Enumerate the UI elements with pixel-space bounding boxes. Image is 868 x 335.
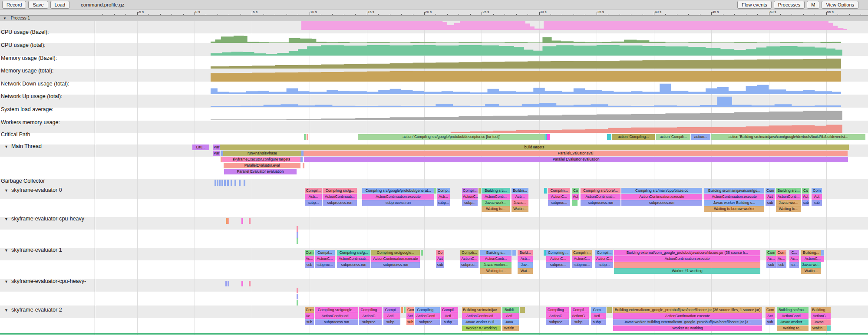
skyframe-evaluator-2-bar[interactable]: Com... bbox=[591, 307, 606, 313]
skyframe-evaluator-0-bar[interactable]: subp... bbox=[305, 200, 322, 206]
skyframe-evaluator-2-bar[interactable]: Compi... bbox=[383, 307, 400, 313]
skyframe-evaluator-0-bar[interactable]: ActionConti... bbox=[776, 194, 801, 200]
skyframe-evaluator-2-bar[interactable]: subproc... bbox=[546, 319, 569, 325]
garbage-collector-bar[interactable] bbox=[234, 180, 236, 186]
skyframe-evaluator-1-bar[interactable]: sub bbox=[436, 262, 444, 268]
skyframe-evaluator-0-bar[interactable]: Javac work... bbox=[482, 200, 510, 206]
skyframe-evaluator-1-bar[interactable] bbox=[421, 250, 423, 256]
skyframe-evaluator-1-bar[interactable]: ActionC... bbox=[546, 256, 570, 262]
main-thread-bar[interactable]: ParallelEvaluator.eval bbox=[304, 151, 848, 156]
view-options-button[interactable]: View Options bbox=[822, 1, 858, 9]
critical-path-bar[interactable]: action 'Compiling src/google/protobuf/de… bbox=[358, 134, 545, 140]
skyframe-evaluator-2-bar[interactable]: Buildi... bbox=[502, 307, 519, 313]
main-thread-bar[interactable]: runAnalysisPhase bbox=[223, 151, 301, 156]
skyframe-evaluator-1-bar[interactable] bbox=[614, 262, 760, 268]
skyframe-evaluator-2-bar[interactable]: Waitin... bbox=[811, 325, 827, 331]
skyframe-evaluator-0-bar[interactable]: Compiling src/core/... bbox=[581, 188, 620, 194]
main-thread-bar[interactable]: skyframeExecutor.configureTargets bbox=[222, 157, 300, 162]
process-header[interactable]: ▼ Process 1 bbox=[0, 16, 868, 21]
skyframe-evaluator-1-bar[interactable]: Ac... bbox=[776, 256, 786, 262]
skyframe-evaluator-1-bar[interactable]: ActionContinuation.execute bbox=[614, 256, 760, 262]
skyframe-evaluator-1-bar[interactable]: C... bbox=[789, 250, 799, 256]
skyframe-evaluator-1-bar[interactable]: Acti... bbox=[518, 256, 533, 262]
skyframe-evaluator-cpu-heavy-2-bar[interactable] bbox=[225, 281, 227, 286]
skyframe-evaluator-0-bar[interactable]: Compiling src/main/cpp/blaze.cc bbox=[621, 188, 702, 194]
skyframe-evaluator-0-bar[interactable]: subp... bbox=[437, 200, 450, 206]
skyframe-evaluator-1-bar[interactable]: Javac worker... bbox=[480, 262, 512, 268]
skyframe-evaluator-0-bar[interactable]: ActionContinuation.execute bbox=[704, 194, 764, 200]
skyframe-evaluator-cpu-heavy-2-bar[interactable] bbox=[297, 288, 298, 293]
critical-path-bar[interactable] bbox=[307, 134, 308, 140]
skyframe-evaluator-0-bar[interactable]: Act bbox=[572, 194, 579, 200]
skyframe-evaluator-2-bar[interactable]: Building src/main/jav... bbox=[462, 307, 501, 313]
garbage-collector-bar[interactable] bbox=[227, 180, 229, 186]
skyframe-evaluator-2-bar[interactable] bbox=[520, 307, 525, 313]
critical-path-bar[interactable] bbox=[304, 134, 306, 140]
skyframe-evaluator-1-bar[interactable]: Building s... bbox=[480, 250, 512, 256]
skyframe-evaluator-cpu-heavy-1-bar[interactable] bbox=[228, 218, 229, 224]
skyframe-evaluator-2-bar[interactable]: subproc... bbox=[415, 319, 440, 325]
skyframe-evaluator-2-bar[interactable] bbox=[827, 325, 831, 331]
skyframe-evaluator-1-bar[interactable] bbox=[544, 250, 546, 256]
skyframe-evaluator-1-bar[interactable]: ActionC... bbox=[801, 256, 824, 262]
record-button[interactable]: Record bbox=[2, 1, 26, 9]
skyframe-evaluator-0-bar[interactable]: Waiting to... bbox=[776, 206, 801, 212]
skyframe-evaluator-1-bar[interactable]: subproc... bbox=[315, 262, 335, 268]
skyframe-evaluator-2-bar[interactable]: ActionC... bbox=[359, 313, 382, 319]
skyframe-evaluator-0-bar[interactable]: Javac... bbox=[512, 200, 528, 206]
skyframe-evaluator-2-bar[interactable]: ActionContinuati... bbox=[315, 313, 358, 319]
skyframe-evaluator-0-bar[interactable]: ActionC... bbox=[548, 194, 570, 200]
critical-path-bar[interactable] bbox=[547, 134, 550, 140]
skyframe-evaluator-2-bar[interactable]: Javac ... bbox=[811, 319, 831, 325]
skyframe-evaluator-0-bar[interactable]: Comp... bbox=[437, 188, 450, 194]
skyframe-evaluator-cpu-heavy-1-bar[interactable] bbox=[249, 218, 251, 224]
skyframe-evaluator-0-bar[interactable]: ActionContinuation.execute bbox=[621, 194, 702, 200]
skyframe-evaluator-0-bar[interactable]: Building src... bbox=[776, 188, 801, 194]
skyframe-evaluator-0-bar[interactable]: ActionContinuati... bbox=[323, 194, 357, 200]
skyframe-evaluator-2-bar[interactable]: subp... bbox=[571, 319, 589, 325]
skyframe-evaluator-2-bar[interactable]: Compil... bbox=[441, 307, 458, 313]
skyframe-evaluator-0-bar[interactable]: subprocess.run bbox=[581, 200, 620, 206]
skyframe-evaluator-1-bar[interactable]: Javac wo... bbox=[801, 262, 821, 268]
skyframe-evaluator-1-bar[interactable]: Wai... bbox=[518, 268, 533, 274]
skyframe-evaluator-2-bar[interactable]: ActionContinuati... bbox=[462, 313, 501, 319]
skyframe-evaluator-2-bar[interactable]: Compiling... bbox=[359, 307, 382, 313]
skyframe-evaluator-0-bar[interactable]: Javac worker Building s... bbox=[704, 200, 764, 206]
main-thread-bar[interactable]: buildTargets bbox=[220, 145, 849, 150]
skyframe-evaluator-1-bar[interactable]: subprocess.run bbox=[337, 262, 370, 268]
skyframe-evaluator-2-bar[interactable] bbox=[401, 307, 403, 313]
skyframe-evaluator-2-bar[interactable]: Compiling src/google... bbox=[315, 307, 358, 313]
track-label-skyframe-evaluator-cpu-heavy[interactable]: ▼skyframe-evaluator-cpu-heavy- bbox=[2, 216, 86, 222]
skyframe-evaluator-0-bar[interactable]: Javac wor... bbox=[776, 200, 801, 206]
skyframe-evaluator-cpu-heavy-2-bar[interactable] bbox=[241, 281, 243, 286]
skyframe-evaluator-2-bar[interactable]: Compiling... bbox=[546, 307, 569, 313]
skyframe-evaluator-2-bar[interactable]: Building ... bbox=[811, 307, 831, 313]
skyframe-evaluator-2-bar[interactable]: Javac worker Building external/com_googl… bbox=[613, 319, 762, 325]
skyframe-evaluator-1-bar[interactable]: Waiting to... bbox=[480, 268, 512, 274]
skyframe-evaluator-2-bar[interactable]: Javac worker Buil... bbox=[462, 319, 501, 325]
skyframe-evaluator-1-bar[interactable]: ActionConti... bbox=[480, 256, 512, 262]
skyframe-evaluator-0-bar[interactable]: Acti... bbox=[305, 194, 322, 200]
skyframe-evaluator-2-bar[interactable]: Acti... bbox=[383, 313, 400, 319]
skyframe-evaluator-cpu-heavy-2-bar[interactable] bbox=[228, 281, 229, 286]
skyframe-evaluator-1-bar[interactable]: ActionContinuation.execute bbox=[371, 256, 420, 262]
skyframe-evaluator-0-bar[interactable]: subproc... bbox=[548, 200, 570, 206]
metrics-button[interactable]: M bbox=[807, 1, 819, 9]
garbage-collector-bar[interactable] bbox=[221, 180, 223, 186]
skyframe-evaluator-0-bar[interactable]: Compil... bbox=[305, 188, 322, 194]
skyframe-evaluator-2-bar[interactable]: ActionC... bbox=[811, 313, 831, 319]
panel-divider[interactable] bbox=[95, 10, 95, 335]
skyframe-evaluator-0-bar[interactable] bbox=[544, 188, 547, 194]
skyframe-evaluator-0-bar[interactable]: Building src... bbox=[482, 188, 510, 194]
skyframe-evaluator-0-bar[interactable]: ActionContinuati... bbox=[581, 194, 620, 200]
skyframe-evaluator-1-bar[interactable]: Compil... bbox=[315, 250, 335, 256]
skyframe-evaluator-2-bar[interactable]: sub bbox=[406, 319, 414, 325]
skyframe-evaluator-2-bar[interactable]: Building external/com_google_protobuf/ja… bbox=[613, 307, 762, 313]
critical-path-bar[interactable] bbox=[607, 134, 611, 140]
skyframe-evaluator-2-bar[interactable]: Com bbox=[406, 307, 414, 313]
skyframe-evaluator-0-bar[interactable]: Waiting to... bbox=[482, 206, 510, 212]
skyframe-evaluator-1-bar[interactable]: Ac... bbox=[305, 256, 314, 262]
skyframe-evaluator-1-bar[interactable]: Worker #1 working bbox=[614, 268, 760, 274]
skyframe-evaluator-0-bar[interactable]: Compil... bbox=[462, 188, 478, 194]
skyframe-evaluator-0-bar[interactable]: Waiting to borrow worker bbox=[704, 206, 764, 212]
